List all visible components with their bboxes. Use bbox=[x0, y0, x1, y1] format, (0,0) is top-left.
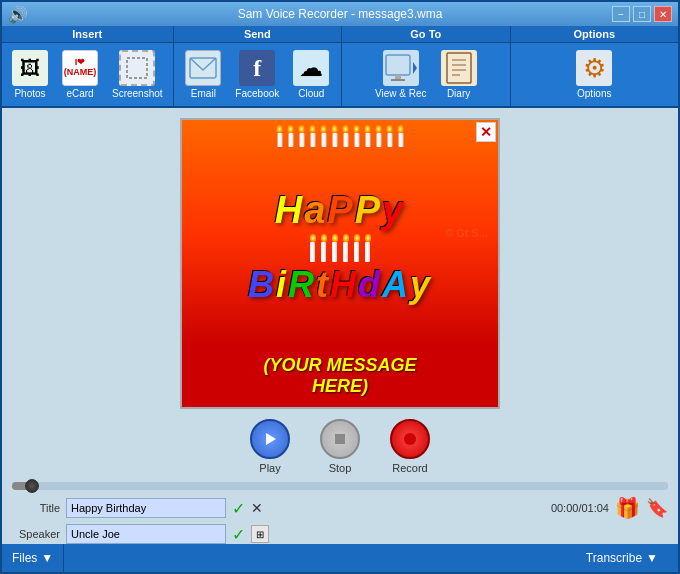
email-button[interactable]: Email bbox=[179, 47, 227, 102]
happy-text: HaPPy bbox=[275, 189, 405, 232]
screenshot-button[interactable]: Screenshot bbox=[106, 47, 169, 102]
photos-icon: 🖼 bbox=[12, 50, 48, 86]
mid-candle-5 bbox=[354, 234, 360, 262]
mid-candle-2 bbox=[321, 234, 327, 262]
stop-button[interactable]: Stop bbox=[320, 419, 360, 474]
transcribe-label: Transcribe bbox=[586, 551, 642, 565]
candle-5 bbox=[321, 125, 327, 147]
time-display: 00:00/01:04 bbox=[551, 502, 609, 514]
play-button[interactable]: Play bbox=[250, 419, 290, 474]
cloud-icon: ☁ bbox=[293, 50, 329, 86]
title-field-label: Title bbox=[12, 502, 60, 514]
files-menu[interactable]: Files ▼ bbox=[2, 544, 64, 572]
facebook-icon: f bbox=[239, 50, 275, 86]
title-input[interactable] bbox=[66, 498, 226, 518]
svg-rect-6 bbox=[447, 53, 471, 83]
options-section: Options ⚙ Options bbox=[511, 26, 678, 106]
card-message-line2: HERE) bbox=[192, 376, 488, 397]
svg-rect-2 bbox=[386, 55, 410, 75]
mid-candle-4 bbox=[343, 234, 349, 262]
record-button[interactable]: Record bbox=[390, 419, 430, 474]
candle-7 bbox=[343, 125, 349, 147]
files-arrow-icon: ▼ bbox=[41, 551, 53, 565]
watermark: © Gt S... bbox=[445, 227, 488, 239]
candle-6 bbox=[332, 125, 338, 147]
title-check-icon[interactable]: ✓ bbox=[232, 499, 245, 518]
title-bar: 🔊 Sam Voice Recorder - message3.wma − □ … bbox=[2, 2, 678, 26]
diary-icon bbox=[441, 50, 477, 86]
email-icon bbox=[185, 50, 221, 86]
send-label: Send bbox=[174, 26, 341, 43]
speaker-input[interactable] bbox=[66, 524, 226, 544]
bookmark-icon[interactable]: 🔖 bbox=[646, 497, 668, 519]
bottom-bar: Files ▼ Transcribe ▼ bbox=[2, 544, 678, 572]
svg-rect-0 bbox=[127, 58, 147, 78]
facebook-button[interactable]: f Facebook bbox=[229, 47, 285, 102]
transcribe-arrow-icon: ▼ bbox=[646, 551, 658, 565]
progress-track bbox=[12, 482, 668, 490]
window-title: Sam Voice Recorder - message3.wma bbox=[68, 7, 612, 21]
candle-8 bbox=[354, 125, 360, 147]
stop-icon bbox=[320, 419, 360, 459]
speaker-row: Speaker ✓ ⊞ bbox=[12, 524, 668, 544]
card-message: (YOUR MESSAGE HERE) bbox=[182, 345, 498, 407]
progress-area bbox=[2, 482, 678, 490]
svg-marker-11 bbox=[266, 433, 276, 445]
cloud-button[interactable]: ☁ Cloud bbox=[287, 47, 335, 102]
gift-icon[interactable]: 🎁 bbox=[615, 496, 640, 520]
diary-label: Diary bbox=[447, 88, 470, 99]
goto-section: Go To View & Rec bbox=[342, 26, 510, 106]
play-label: Play bbox=[259, 462, 280, 474]
progress-thumb[interactable] bbox=[25, 479, 39, 493]
speaker-options-button[interactable]: ⊞ bbox=[251, 525, 269, 543]
viewrec-icon bbox=[383, 50, 419, 86]
svg-point-13 bbox=[404, 433, 416, 445]
card-container: ✕ bbox=[180, 118, 500, 409]
options-icon: ⚙ bbox=[576, 50, 612, 86]
send-section: Send Email f Facebook ☁ bbox=[174, 26, 342, 106]
window-controls: − □ ✕ bbox=[612, 6, 672, 22]
options-button[interactable]: ⚙ Options bbox=[570, 47, 618, 102]
speaker-field-label: Speaker bbox=[12, 528, 60, 540]
screenshot-icon bbox=[119, 50, 155, 86]
svg-rect-3 bbox=[395, 75, 401, 79]
diary-button[interactable]: Diary bbox=[435, 47, 483, 102]
viewrec-button[interactable]: View & Rec bbox=[369, 47, 433, 102]
candle-9 bbox=[365, 125, 371, 147]
mid-candle-1 bbox=[310, 234, 316, 262]
transcribe-menu[interactable]: Transcribe ▼ bbox=[566, 544, 678, 572]
ecard-icon: I❤(NAME) bbox=[62, 50, 98, 86]
svg-marker-5 bbox=[413, 62, 417, 74]
insert-label: Insert bbox=[2, 26, 173, 43]
candle-12 bbox=[398, 125, 404, 147]
playback-controls: Play Stop Record bbox=[250, 419, 430, 474]
card-close-button[interactable]: ✕ bbox=[476, 122, 496, 142]
play-icon bbox=[250, 419, 290, 459]
card-message-line1: (YOUR MESSAGE bbox=[192, 355, 488, 376]
facebook-label: Facebook bbox=[235, 88, 279, 99]
screenshot-label: Screenshot bbox=[112, 88, 163, 99]
photos-button[interactable]: 🖼 Photos bbox=[6, 47, 54, 102]
close-button[interactable]: ✕ bbox=[654, 6, 672, 22]
ecard-button[interactable]: I❤(NAME) eCard bbox=[56, 47, 104, 102]
options-section-label: Options bbox=[511, 26, 678, 43]
record-label: Record bbox=[392, 462, 427, 474]
metadata-section: Title ✓ ✕ 00:00/01:04 🎁 🔖 Speaker ✓ ⊞ bbox=[2, 496, 678, 544]
maximize-button[interactable]: □ bbox=[633, 6, 651, 22]
main-toolbar: Insert 🖼 Photos I❤(NAME) eCard Scr bbox=[2, 26, 678, 108]
goto-label: Go To bbox=[342, 26, 509, 43]
svg-rect-4 bbox=[391, 79, 405, 81]
mid-candle-6 bbox=[365, 234, 371, 262]
progress-bar[interactable] bbox=[12, 482, 668, 490]
files-label: Files bbox=[12, 551, 37, 565]
record-icon bbox=[390, 419, 430, 459]
minimize-button[interactable]: − bbox=[612, 6, 630, 22]
title-clear-icon[interactable]: ✕ bbox=[251, 500, 263, 516]
speaker-check-icon[interactable]: ✓ bbox=[232, 525, 245, 544]
card-image: HaPPy BiRtHdAy © Gt S... bbox=[182, 120, 498, 345]
svg-rect-12 bbox=[335, 434, 345, 444]
candle-11 bbox=[387, 125, 393, 147]
title-row: Title ✓ ✕ 00:00/01:04 🎁 🔖 bbox=[12, 496, 668, 520]
mid-candle-3 bbox=[332, 234, 338, 262]
email-label: Email bbox=[191, 88, 216, 99]
